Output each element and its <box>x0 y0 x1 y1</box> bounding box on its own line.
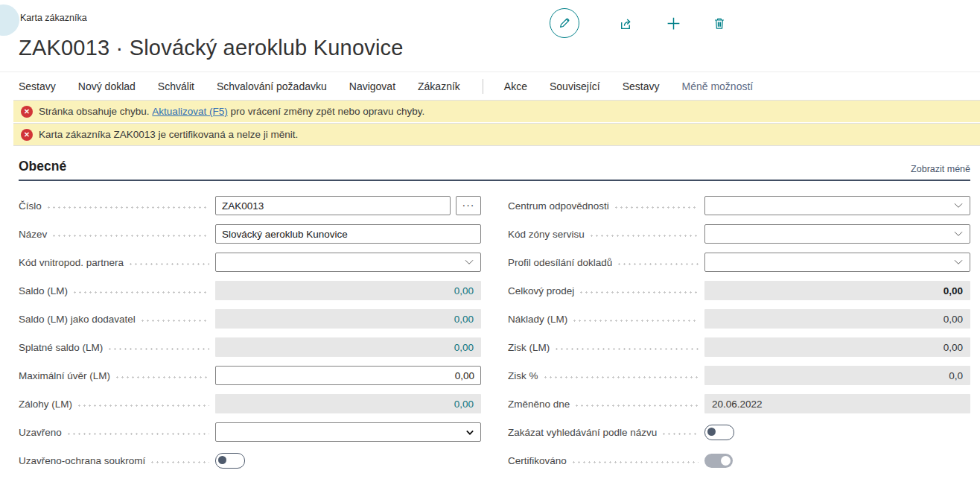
field-row-cislo: Číslo··· <box>19 196 481 215</box>
field-control <box>215 366 481 385</box>
share-icon <box>618 16 634 31</box>
field-label: Centrum odpovědnosti <box>508 200 609 212</box>
field-label: Změněno dne <box>508 399 570 410</box>
dotted-leader <box>573 461 699 463</box>
field-control <box>215 224 481 244</box>
kod-vnitropod-partnera-combobox[interactable] <box>215 253 481 272</box>
refresh-link[interactable]: Aktualizovat (F5) <box>152 106 227 117</box>
dotted-leader <box>663 433 699 435</box>
centrum-odpovednosti-combobox[interactable] <box>704 196 970 215</box>
zisk-procento-value: 0,0 <box>949 370 963 381</box>
field-label: Zakázat vyhledávání podle názvu <box>508 427 657 438</box>
field-row-profil-odesilani-dokladu: Profil odesílání dokladů <box>508 253 970 272</box>
dotted-leader <box>130 263 209 265</box>
delete-button[interactable] <box>712 16 727 31</box>
field-label: Profil odesílání dokladů <box>508 257 612 268</box>
field-control <box>704 224 970 244</box>
field-row-zmeneno-dne: Změněno dne20.06.2022 <box>508 394 970 413</box>
customer-card-page: Karta zákazníka ZAK0013 · Slovácký aerok… <box>0 0 980 479</box>
field-label: Název <box>19 229 47 240</box>
field-row-nazev: Název <box>19 224 481 244</box>
uzavreno-select[interactable] <box>215 422 481 442</box>
field-row-centrum-odpovednosti: Centrum odpovědnosti <box>508 196 970 215</box>
general-form: Číslo···NázevKód vnitropod. partneraSald… <box>19 196 970 479</box>
chevron-down-icon <box>466 430 474 435</box>
field-label: Celkový prodej <box>508 285 574 296</box>
chevron-down-icon <box>465 259 474 265</box>
chevron-down-icon <box>954 231 963 237</box>
nazev-input[interactable] <box>215 224 481 244</box>
page-action-toolbar <box>550 8 727 38</box>
field-label: Náklady (LM) <box>508 314 567 325</box>
menu-item[interactable]: Schválit <box>158 80 194 92</box>
menu-item[interactable]: Související <box>550 80 600 92</box>
field-control: 0,00 <box>215 394 481 413</box>
menu-more-options[interactable]: Méně možností <box>681 80 753 92</box>
breadcrumb[interactable]: Karta zákazníka <box>20 13 87 23</box>
dotted-leader <box>109 348 209 350</box>
field-control: 0,00 <box>704 309 970 329</box>
zmeneno-dne-readonly-field: 20.06.2022 <box>704 394 970 413</box>
notification-banners: ✕ Stránka obsahuje chybu. Aktualizovat (… <box>13 100 980 146</box>
field-row-zalohy-lm: Zálohy (LM)0,00 <box>19 394 481 413</box>
menu-item[interactable]: Sestavy <box>19 80 56 92</box>
field-label: Zálohy (LM) <box>19 399 72 410</box>
field-label: Saldo (LM) jako dodavatel <box>19 314 136 325</box>
menu-item[interactable]: Akce <box>504 80 527 92</box>
dotted-leader <box>576 405 699 407</box>
maximalni-uver-lm-input[interactable] <box>215 366 481 385</box>
field-control <box>704 422 970 442</box>
menu-item[interactable]: Schvalování požadavku <box>217 80 327 92</box>
banner-text: pro vrácení změny zpět nebo opravu chyby… <box>228 106 425 117</box>
section-title[interactable]: Obecné <box>19 159 66 174</box>
dotted-leader <box>591 235 699 237</box>
certifikovano-toggle[interactable] <box>704 454 733 468</box>
action-menu: SestavyNový dokladSchválitSchvalování po… <box>0 72 980 100</box>
zakazat-vyhledavani-podle-nazvu-toggle[interactable] <box>704 425 734 440</box>
form-column-left: Číslo···NázevKód vnitropod. partneraSald… <box>19 196 481 479</box>
saldo-lm-value[interactable]: 0,00 <box>454 285 474 296</box>
kod-zony-servisu-combobox[interactable] <box>704 224 970 244</box>
menu-item[interactable]: Sestavy <box>623 80 660 92</box>
field-label: Certifikováno <box>508 455 567 466</box>
field-label: Zisk % <box>508 370 538 381</box>
field-row-splatne-saldo-lm: Splatné saldo (LM)0,00 <box>19 337 481 357</box>
dotted-leader <box>615 206 699 209</box>
share-button[interactable] <box>618 16 634 31</box>
dotted-leader <box>116 376 209 378</box>
menu-item[interactable]: Nový doklad <box>78 80 136 92</box>
menu-item[interactable]: Zákazník <box>418 80 460 92</box>
trash-icon <box>712 16 727 31</box>
menu-item[interactable]: Navigovat <box>349 80 395 92</box>
field-label: Kód vnitropod. partnera <box>19 257 124 268</box>
splatne-saldo-lm-readonly-field: 0,00 <box>215 337 481 357</box>
field-row-uzavreno: Uzavřeno <box>19 422 481 442</box>
menu-divider <box>483 79 483 94</box>
naklady-lm-value: 0,00 <box>944 314 963 325</box>
show-less-link[interactable]: Zobrazit méně <box>911 164 970 174</box>
dotted-leader <box>556 348 699 350</box>
field-control <box>704 196 970 215</box>
dotted-leader <box>48 206 209 209</box>
field-control: 0,00 <box>704 281 970 300</box>
uzavreno-ochrana-soukromi-toggle[interactable] <box>215 453 245 469</box>
profil-odesilani-dokladu-combobox[interactable] <box>704 253 970 272</box>
dotted-leader <box>618 263 699 265</box>
saldo-lm-readonly-field: 0,00 <box>215 281 481 300</box>
field-label: Saldo (LM) <box>19 285 68 296</box>
pencil-icon <box>557 16 572 31</box>
cislo-input[interactable] <box>215 196 451 215</box>
celkovy-prodej-readonly-field: 0,00 <box>704 281 970 300</box>
ellipsis-lookup-button[interactable]: ··· <box>456 196 481 215</box>
edit-button[interactable] <box>550 8 579 38</box>
new-button[interactable] <box>666 16 681 31</box>
field-control <box>215 422 481 442</box>
zisk-lm-value: 0,00 <box>944 342 963 353</box>
zisk-procento-readonly-field: 0,0 <box>704 366 970 385</box>
zalohy-lm-value[interactable]: 0,00 <box>454 399 474 410</box>
page-corner-circle <box>0 4 19 36</box>
error-icon: ✕ <box>21 106 33 118</box>
field-row-uzavreno-ochrana-soukromi: Uzavřeno-ochrana soukromí <box>19 451 481 470</box>
saldo-lm-jako-dodavatel-value[interactable]: 0,00 <box>454 314 474 325</box>
splatne-saldo-lm-value[interactable]: 0,00 <box>454 342 474 353</box>
